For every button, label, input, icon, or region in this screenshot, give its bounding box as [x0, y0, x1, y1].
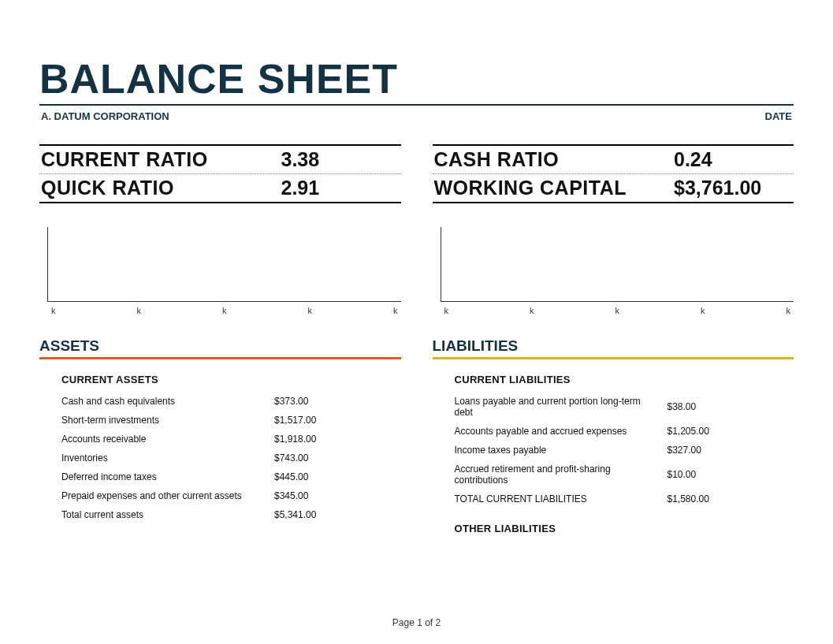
line-label: Deferred income taxes [61, 471, 274, 482]
tick: k [444, 306, 449, 315]
ratio-row: CURRENT RATIO 3.38 [39, 146, 401, 173]
line-item: Accounts payable and accrued expenses$1,… [455, 422, 794, 441]
tick: k [530, 306, 534, 315]
line-item: Inventories$743.00 [61, 449, 401, 467]
line-item: Loans payable and current portion long-t… [455, 392, 794, 422]
chart-left: k k k k k [47, 227, 401, 302]
line-value: $373.00 [274, 396, 361, 407]
ratio-row: WORKING CAPITAL $3,761.00 [433, 173, 794, 202]
line-value: $743.00 [274, 452, 361, 463]
other-liabilities-group: OTHER LIABILITIES [433, 508, 794, 534]
tick: k [787, 306, 791, 315]
line-value: $1,918.00 [274, 434, 361, 445]
company-name: A. DATUM CORPORATION [41, 110, 169, 122]
ratio-label: CURRENT RATIO [41, 148, 208, 171]
ratio-col-right: CASH RATIO 0.24 WORKING CAPITAL $3,761.0… [433, 144, 794, 203]
line-label: Income taxes payable [455, 445, 668, 456]
line-value: $10.00 [668, 469, 754, 480]
current-liabilities-group: CURRENT LIABILITIES Loans payable and cu… [433, 359, 794, 508]
sections: ASSETS CURRENT ASSETS Cash and cash equi… [39, 337, 794, 541]
ratio-col-left: CURRENT RATIO 3.38 QUICK RATIO 2.91 [39, 144, 401, 203]
charts-row: k k k k k k k k k k [39, 227, 794, 302]
ratio-label: CASH RATIO [434, 148, 560, 171]
group-title: CURRENT ASSETS [61, 374, 401, 385]
group-title: OTHER LIABILITIES [455, 523, 794, 534]
line-label: Inventories [61, 452, 274, 463]
tick: k [51, 306, 56, 315]
line-label: Accounts receivable [61, 434, 274, 445]
line-value: $327.00 [668, 445, 754, 456]
line-label: Total current assets [61, 509, 274, 520]
line-item: Total current assets$5,341.00 [61, 505, 401, 524]
assets-section: ASSETS CURRENT ASSETS Cash and cash equi… [39, 337, 401, 541]
ratio-label: QUICK RATIO [41, 177, 174, 199]
line-value: $1,205.00 [668, 426, 754, 437]
line-item: Deferred income taxes$445.00 [61, 467, 401, 486]
ratio-panel: CURRENT RATIO 3.38 QUICK RATIO 2.91 CASH… [39, 144, 794, 203]
page-title: BALANCE SHEET [39, 55, 794, 106]
line-label: Prepaid expenses and other current asset… [61, 490, 274, 501]
line-item: Cash and cash equivalents$373.00 [61, 392, 401, 411]
page-subheader: A. DATUM CORPORATION DATE [39, 106, 794, 122]
line-value: $445.00 [274, 471, 361, 482]
line-label: Short-term investments [61, 415, 274, 426]
line-item: TOTAL CURRENT LIABILITIES$1,580.00 [455, 490, 794, 508]
tick: k [308, 306, 313, 315]
chart-ticks: k k k k k [48, 306, 401, 315]
line-value: $38.00 [668, 401, 754, 412]
line-value: $345.00 [274, 490, 361, 501]
tick: k [222, 306, 227, 315]
line-label: Accounts payable and accrued expenses [455, 426, 668, 437]
tick: k [137, 306, 142, 315]
tick: k [615, 306, 620, 315]
chart-ticks: k k k k k [441, 306, 794, 315]
line-value: $1,517.00 [274, 415, 361, 426]
ratio-value: 0.24 [674, 148, 792, 171]
ratio-value: 3.38 [281, 148, 400, 171]
ratio-value: 2.91 [281, 177, 400, 199]
line-item: Income taxes payable$327.00 [455, 441, 794, 460]
ratio-label: WORKING CAPITAL [434, 177, 627, 199]
line-label: Loans payable and current portion long-t… [455, 396, 668, 418]
liabilities-section: LIABILITIES CURRENT LIABILITIES Loans pa… [433, 337, 794, 541]
line-value: $5,341.00 [274, 509, 361, 520]
line-item: Accrued retirement and profit-sharing co… [455, 460, 794, 490]
assets-title: ASSETS [39, 337, 401, 359]
date-label: DATE [765, 110, 792, 122]
tick: k [393, 306, 398, 315]
chart-right: k k k k k [441, 227, 794, 302]
line-label: Accrued retirement and profit-sharing co… [455, 463, 668, 486]
line-item: Accounts receivable$1,918.00 [61, 430, 401, 449]
ratio-row: QUICK RATIO 2.91 [39, 173, 401, 202]
current-assets-group: CURRENT ASSETS Cash and cash equivalents… [39, 359, 401, 524]
ratio-row: CASH RATIO 0.24 [433, 146, 794, 173]
line-item: Short-term investments$1,517.00 [61, 411, 401, 430]
line-label: TOTAL CURRENT LIABILITIES [455, 493, 668, 504]
ratio-value: $3,761.00 [674, 177, 792, 199]
line-item: Prepaid expenses and other current asset… [61, 486, 401, 505]
group-title: CURRENT LIABILITIES [455, 374, 794, 385]
page-footer: Page 1 of 2 [0, 617, 833, 628]
liabilities-title: LIABILITIES [433, 337, 794, 359]
line-label: Cash and cash equivalents [61, 396, 274, 407]
tick: k [701, 306, 705, 315]
line-value: $1,580.00 [668, 493, 754, 504]
